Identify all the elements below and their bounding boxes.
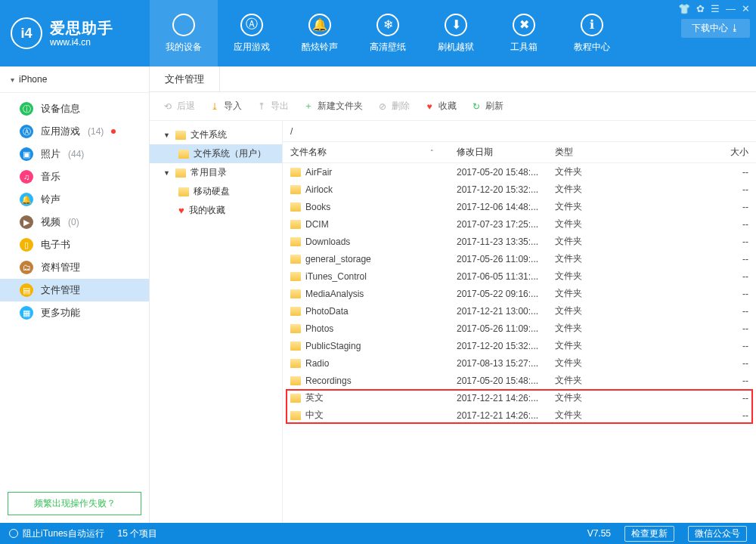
sidebar-item-1[interactable]: Ⓐ应用游戏(14) [0,120,149,143]
tree-mobile-hdd[interactable]: 移动硬盘 [150,182,282,201]
sidebar-item-5[interactable]: ▶视频(0) [0,211,149,233]
file-date: 2017-05-26 11:09:... [449,323,547,334]
sidebar-item-icon: 🔔 [20,193,33,206]
help-banner[interactable]: 频繁出现操作失败？ [8,492,141,515]
tshirt-icon[interactable]: 👕 [678,3,690,14]
sidebar-item-icon: ▤ [20,283,33,297]
file-row[interactable]: Downloads2017-11-23 13:35:...文件夹-- [283,233,756,250]
tree-common-dir[interactable]: ▼常用目录 [150,163,282,182]
file-row[interactable]: 英文2017-12-21 14:26:...文件夹-- [283,389,756,406]
file-size: -- [608,271,756,282]
file-row[interactable]: 中文2017-12-21 14:26:...文件夹-- [283,406,756,424]
file-row[interactable]: PublicStaging2017-12-20 15:32:...文件夹-- [283,337,756,354]
heart-icon: ♥ [178,205,184,216]
nav-item-3[interactable]: ❄高清壁纸 [354,0,422,66]
sidebar-item-2[interactable]: ▣照片(44) [0,143,149,165]
folder-icon [290,202,301,212]
file-row[interactable]: PhotoData2017-12-21 13:00:...文件夹-- [283,302,756,320]
sidebar-item-4[interactable]: 🔔铃声 [0,188,149,211]
minimize-icon[interactable]: — [726,3,736,14]
file-size: -- [608,306,756,317]
tree-user-filesystem[interactable]: 文件系统（用户） [150,144,282,163]
file-date: 2017-05-20 15:48:... [449,167,547,178]
file-date: 2017-05-22 09:16:... [449,289,547,299]
file-row[interactable]: AirFair2017-05-20 15:48:...文件夹-- [283,163,756,181]
sidebar-item-icon: ▶ [20,215,33,229]
file-row[interactable]: Books2017-12-06 14:48:...文件夹-- [283,198,756,215]
file-size: -- [608,410,756,421]
favorite-button[interactable]: ♥收藏 [423,100,457,113]
export-button[interactable]: ⤒导出 [256,100,289,113]
download-center-button[interactable]: 下载中心 ⭳ [681,19,750,38]
header: i4 爱思助手 www.i4.cn 我的设备Ⓐ应用游戏🔔酷炫铃声❄高清壁纸⬇刷机… [0,0,756,66]
file-name: general_storage [305,254,371,264]
sidebar-item-icon: ⓘ [20,102,33,116]
brand-text: 爱思助手 www.i4.cn [50,19,113,48]
file-list-header: 文件名称˄ 修改日期 类型 大小 [283,142,756,163]
sidebar-item-icon: 🗂 [20,261,33,274]
refresh-button[interactable]: ↻刷新 [470,100,503,113]
gear-icon[interactable]: ✿ [696,3,705,14]
file-type: 文件夹 [547,409,608,422]
file-row[interactable]: Radio2017-08-13 15:27:...文件夹-- [283,354,756,372]
column-type[interactable]: 类型 [547,146,608,159]
sidebar-list: ⓘ设备信息Ⓐ应用游戏(14)▣照片(44)♫音乐🔔铃声▶视频(0)▯电子书🗂资料… [0,93,149,484]
sidebar-item-9[interactable]: ▦更多功能 [0,301,149,324]
sidebar-item-0[interactable]: ⓘ设备信息 [0,97,149,120]
sidebar-item-6[interactable]: ▯电子书 [0,233,149,256]
file-type: 文件夹 [547,287,608,300]
file-area: / 文件名称˄ 修改日期 类型 大小 AirFair2017-05-20 15:… [283,121,756,523]
nav-item-0[interactable]: 我的设备 [150,0,218,66]
sidebar-item-7[interactable]: 🗂资料管理 [0,256,149,279]
new-folder-button[interactable]: ＋新建文件夹 [302,100,363,113]
file-row[interactable]: MediaAnalysis2017-05-22 09:16:...文件夹-- [283,285,756,302]
tree-filesystem[interactable]: ▼文件系统 [150,125,282,144]
file-size: -- [608,341,756,351]
column-name[interactable]: 文件名称˄ [283,146,449,159]
tree-my-favorites[interactable]: ♥我的收藏 [150,201,282,220]
file-row[interactable]: Photos2017-05-26 11:09:...文件夹-- [283,320,756,337]
file-type: 文件夹 [547,218,608,230]
tab-file-manage[interactable]: 文件管理 [150,66,220,91]
close-icon[interactable]: ✕ [742,3,750,14]
file-date: 2017-08-13 15:27:... [449,358,547,369]
nav-label: 高清壁纸 [370,41,406,54]
sidebar-item-3[interactable]: ♫音乐 [0,165,149,188]
sidebar-item-icon: ♫ [20,170,33,184]
sidebar-item-label: 应用游戏 [41,125,80,138]
sidebar-item-icon: ▯ [20,238,33,252]
nav-item-6[interactable]: ℹ教程中心 [558,0,626,66]
file-row[interactable]: Recordings2017-05-20 15:48:...文件夹-- [283,372,756,389]
file-name: PublicStaging [305,341,361,351]
column-size[interactable]: 大小 [608,146,756,159]
export-icon: ⤒ [256,100,268,113]
check-update-button[interactable]: 检查更新 [624,526,674,542]
file-row[interactable]: Airlock2017-12-20 15:32:...文件夹-- [283,181,756,198]
file-row[interactable]: iTunes_Control2017-06-05 11:31:...文件夹-- [283,267,756,285]
file-row[interactable]: DCIM2017-07-23 17:25:...文件夹-- [283,215,756,233]
file-size: -- [608,202,756,212]
file-name: PhotoData [305,306,349,317]
nav-item-2[interactable]: 🔔酷炫铃声 [286,0,354,66]
column-date[interactable]: 修改日期 [449,146,547,159]
delete-button[interactable]: ⊘删除 [376,100,410,113]
path-bar[interactable]: / [283,121,756,142]
file-size: -- [608,184,756,195]
status-left: 阻止iTunes自动运行 15 个项目 [9,527,157,540]
back-button[interactable]: ⟲后退 [162,100,195,113]
menu-icon[interactable]: ☰ [711,3,720,14]
file-date: 2017-12-20 15:32:... [449,184,547,195]
nav-icon: ℹ [581,14,603,36]
nav-item-1[interactable]: Ⓐ应用游戏 [218,0,286,66]
sidebar-item-8[interactable]: ▤文件管理 [0,279,149,301]
nav-item-4[interactable]: ⬇刷机越狱 [422,0,490,66]
device-selector[interactable]: iPhone [0,66,149,93]
file-row[interactable]: general_storage2017-05-26 11:09:...文件夹-- [283,250,756,267]
block-itunes-toggle[interactable]: 阻止iTunes自动运行 [9,527,104,540]
file-name: Radio [305,358,329,369]
import-button[interactable]: ⤓导入 [209,100,242,113]
file-type: 文件夹 [547,322,608,335]
wechat-button[interactable]: 微信公众号 [688,526,747,542]
import-icon: ⤓ [209,100,221,113]
nav-item-5[interactable]: ✖工具箱 [490,0,558,66]
